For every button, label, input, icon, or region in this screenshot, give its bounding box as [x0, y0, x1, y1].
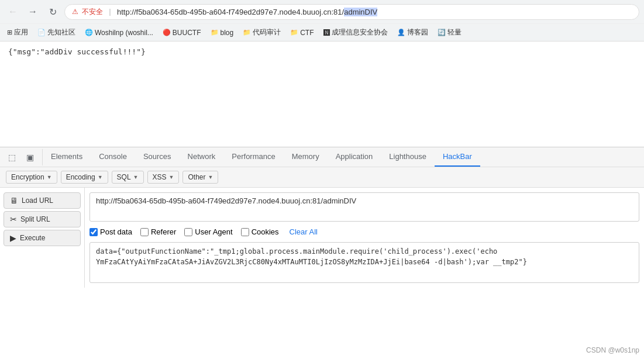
- bookmark-item[interactable]: 🌐Woshilnp (woshil...: [82, 27, 156, 38]
- devtools-icons: ⬚ ▣: [0, 149, 43, 165]
- bookmark-icon: 📁: [211, 29, 219, 36]
- checkbox-referer[interactable]: Referer: [140, 227, 176, 236]
- bookmark-item[interactable]: 📁代码审计: [240, 26, 283, 39]
- bookmark-icon: 📄: [37, 29, 46, 36]
- load-url-label: Load URL: [22, 196, 53, 205]
- security-text: 不安全: [82, 7, 103, 17]
- bookmark-item[interactable]: ⊞应用: [5, 26, 30, 39]
- devtools-topbar: ⬚ ▣ ElementsConsoleSourcesNetworkPerform…: [0, 147, 644, 167]
- url-text: http://f5ba0634-65db-495b-a604-f749ed2d9…: [117, 8, 632, 16]
- bookmark-item[interactable]: 📁CTF: [288, 27, 316, 38]
- url-prefix: http://: [117, 8, 136, 16]
- devtools-tab-console[interactable]: Console: [91, 147, 135, 167]
- hackbar-toolbar: Encryption ▼ Encoding ▼ SQL ▼ XSS ▼ Othe…: [0, 167, 644, 188]
- devtools-tab-hackbar[interactable]: HackBar: [435, 147, 480, 167]
- split-url-icon: ✂: [10, 215, 17, 224]
- bookmark-label: 成理信息安全协会: [332, 27, 388, 37]
- xss-dropdown[interactable]: XSS ▼: [147, 171, 180, 184]
- bookmark-item[interactable]: 🔄轻量: [435, 26, 464, 39]
- url-input[interactable]: http://f5ba0634-65db-495b-a604-f749ed2d9…: [89, 192, 639, 222]
- checkbox-user-agent[interactable]: User Agent: [184, 227, 232, 236]
- devtools-tab-network[interactable]: Network: [180, 147, 224, 167]
- bookmark-icon: 📁: [243, 29, 251, 36]
- xss-arrow-icon: ▼: [169, 174, 174, 180]
- bookmark-item[interactable]: 📄先知社区: [35, 26, 78, 39]
- bookmark-icon: 🔴: [163, 29, 171, 36]
- post-data-input[interactable]: data={"outputFunctionName":"_tmp1;global…: [89, 242, 639, 283]
- forward-button[interactable]: →: [25, 4, 41, 20]
- checkbox-label: Referer: [151, 227, 176, 236]
- split-url-label: Split URL: [20, 215, 50, 223]
- sql-label: SQL: [117, 173, 131, 181]
- other-label: Other: [188, 173, 205, 181]
- hackbar: Encryption ▼ Encoding ▼ SQL ▼ XSS ▼ Othe…: [0, 167, 644, 288]
- device-icon[interactable]: ▣: [23, 149, 37, 165]
- hackbar-actions: 🖥 Load URL ✂ Split URL ▶ Execute: [0, 188, 85, 288]
- devtools-tabs: ElementsConsoleSourcesNetworkPerformance…: [43, 147, 644, 167]
- watermark: CSDN @w0s1np: [586, 346, 639, 354]
- encoding-dropdown[interactable]: Encoding ▼: [61, 171, 108, 184]
- checkbox-label: Cookies: [252, 227, 279, 236]
- devtools-tab-lighthouse[interactable]: Lighthouse: [381, 147, 435, 167]
- bookmark-item[interactable]: 🅽成理信息安全协会: [321, 26, 390, 39]
- bookmark-label: CTF: [300, 29, 314, 37]
- page-json: {"msg":"addDiv successful!!!"}: [8, 47, 636, 56]
- bookmark-label: 轻量: [447, 27, 462, 37]
- nav-bar: ← → ↻ ⚠ 不安全 ｜ http://f5ba0634-65db-495b-…: [0, 0, 644, 23]
- url-domain: f5ba0634-65db-495b-a604-f749ed2d97e7.nod…: [136, 8, 345, 16]
- bookmark-icon: 🌐: [85, 29, 93, 36]
- bookmark-icon: 📁: [290, 29, 298, 36]
- load-url-icon: 🖥: [10, 196, 18, 205]
- devtools-tab-elements[interactable]: Elements: [43, 147, 91, 167]
- bookmark-label: blog: [221, 29, 234, 37]
- bookmark-item[interactable]: 📁blog: [208, 27, 236, 38]
- checkbox-post-data[interactable]: Post data: [89, 227, 132, 236]
- bookmark-item[interactable]: 🔴BUUCTF: [160, 27, 204, 38]
- clear-all-button[interactable]: Clear All: [290, 227, 318, 236]
- execute-label: Execute: [20, 234, 45, 242]
- load-url-button[interactable]: 🖥 Load URL: [4, 192, 81, 209]
- bookmarks-bar: ⊞应用📄先知社区🌐Woshilnp (woshil...🔴BUUCTF📁blog…: [0, 23, 644, 41]
- bookmark-label: BUUCTF: [173, 29, 201, 37]
- other-dropdown[interactable]: Other ▼: [182, 171, 218, 184]
- sql-dropdown[interactable]: SQL ▼: [112, 171, 144, 184]
- encryption-dropdown[interactable]: Encryption ▼: [6, 171, 57, 184]
- hackbar-main: 🖥 Load URL ✂ Split URL ▶ Execute http://…: [0, 188, 644, 288]
- devtools-tab-sources[interactable]: Sources: [135, 147, 180, 167]
- execute-icon: ▶: [10, 233, 16, 243]
- address-bar[interactable]: ⚠ 不安全 ｜ http://f5ba0634-65db-495b-a604-f…: [64, 4, 639, 20]
- bookmark-icon: ⊞: [7, 29, 12, 36]
- xss-label: XSS: [153, 173, 167, 181]
- devtools-tab-application[interactable]: Application: [328, 147, 381, 167]
- bookmark-item[interactable]: 👤博客园: [395, 26, 431, 39]
- split-url-button[interactable]: ✂ Split URL: [4, 211, 81, 227]
- encoding-label: Encoding: [66, 173, 95, 181]
- other-arrow-icon: ▼: [208, 174, 213, 180]
- url-separator: ｜: [106, 7, 113, 17]
- page-content: {"msg":"addDiv successful!!!"}: [0, 42, 644, 147]
- bookmark-icon: 🔄: [438, 29, 446, 36]
- security-icon: ⚠: [72, 8, 78, 16]
- bookmark-icon: 👤: [397, 29, 405, 36]
- checkbox-label: User Agent: [195, 227, 232, 236]
- inspect-icon[interactable]: ⬚: [5, 149, 19, 165]
- bookmark-label: 应用: [14, 27, 28, 37]
- hackbar-right: http://f5ba0634-65db-495b-a604-f749ed2d9…: [85, 188, 644, 288]
- sql-arrow-icon: ▼: [133, 174, 139, 180]
- bookmark-label: Woshilnp (woshil...: [95, 29, 153, 37]
- encryption-arrow-icon: ▼: [47, 174, 52, 180]
- url-highlight: adminDIV: [344, 8, 377, 16]
- bookmark-icon: 🅽: [323, 29, 330, 36]
- bookmark-label: 博客园: [407, 27, 428, 37]
- checkboxes-row: Post dataRefererUser AgentCookiesClear A…: [89, 226, 639, 237]
- reload-button[interactable]: ↻: [44, 4, 61, 20]
- execute-button[interactable]: ▶ Execute: [4, 230, 81, 246]
- bookmark-label: 先知社区: [47, 27, 75, 37]
- back-button[interactable]: ←: [5, 4, 21, 20]
- devtools-tab-performance[interactable]: Performance: [223, 147, 283, 167]
- devtools-tab-memory[interactable]: Memory: [284, 147, 328, 167]
- encoding-arrow-icon: ▼: [98, 174, 103, 180]
- bookmark-label: 代码审计: [253, 27, 281, 37]
- checkbox-label: Post data: [100, 227, 132, 236]
- checkbox-cookies[interactable]: Cookies: [241, 227, 279, 236]
